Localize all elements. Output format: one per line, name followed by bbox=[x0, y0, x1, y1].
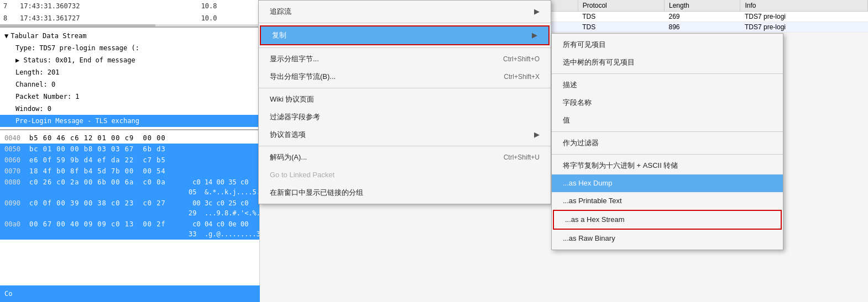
detail-label: Length: 201 bbox=[4, 68, 59, 76]
hex-bytes: bc 01 00 00 b8 03 03 67 6b d3 bbox=[29, 144, 183, 154]
hex-row[interactable]: 0090 c0 0f 00 39 00 38 c0 23 c0 27 00 3c… bbox=[0, 198, 259, 219]
left-panel: 7 17:43:31.360732 10.8 8 17:43:31.361727… bbox=[0, 0, 260, 302]
packet-addr: 10.8 bbox=[198, 0, 259, 12]
shortcut-label: Ctrl+Shift+U bbox=[504, 152, 540, 163]
menu-label: ...as Printable Text bbox=[563, 195, 622, 206]
hex-row[interactable]: 00a0 00 67 00 40 09 09 c0 13 00 2f c0 04… bbox=[0, 219, 259, 240]
shortcut-label: Ctrl+Shift+O bbox=[503, 54, 540, 65]
submenu-item-as-raw-binary[interactable]: ...as Raw Binary bbox=[552, 230, 783, 247]
menu-label: 值 bbox=[563, 115, 570, 126]
hex-ascii bbox=[189, 133, 255, 143]
detail-item[interactable]: Channel: 0 bbox=[0, 78, 259, 91]
menu-label: 字段名称 bbox=[563, 97, 592, 108]
menu-separator bbox=[259, 88, 551, 88]
menu-item-export-bytes[interactable]: 导出分组字节流(B)... Ctrl+Shift+X bbox=[259, 68, 551, 86]
submenu-item-as-hex-dump[interactable]: ...as Hex Dump bbox=[552, 174, 783, 192]
detail-item[interactable]: Length: 201 bbox=[0, 66, 259, 78]
packet-addr: 10.0 bbox=[198, 12, 259, 24]
menu-label: 选中树的所有可见项目 bbox=[563, 57, 635, 68]
menu-item-copy[interactable]: 复制 ▶ bbox=[260, 25, 550, 45]
cell-proto: TDS bbox=[578, 12, 664, 22]
menu-separator bbox=[259, 23, 551, 23]
detail-item[interactable]: Packet Number: 1 bbox=[0, 91, 259, 103]
menu-item-wiki[interactable]: Wiki 协议页面 bbox=[259, 91, 551, 108]
cell-len: 269 bbox=[664, 12, 740, 22]
hex-bytes: e6 0f 59 9b d4 ef da 22 c7 b5 bbox=[29, 155, 183, 165]
detail-item[interactable]: ▶ Status: 0x01, End of message bbox=[0, 54, 259, 66]
submenu-item-all-visible-tree[interactable]: 选中树的所有可见项目 bbox=[552, 54, 783, 71]
detail-label: Channel: 0 bbox=[4, 81, 55, 88]
hex-ascii: c0 14 00 35 c0 05 &.*..k.j....5.. bbox=[189, 177, 255, 197]
table-row[interactable]: 7 17:43:31.360732 10.8 bbox=[0, 0, 259, 12]
menu-separator bbox=[552, 73, 783, 74]
hex-ascii bbox=[189, 144, 255, 154]
bottom-label: Co bbox=[4, 290, 12, 298]
hex-ascii bbox=[189, 155, 255, 165]
hex-row[interactable]: 0040 b5 60 46 c6 12 01 00 c9 00 00 bbox=[0, 133, 259, 144]
menu-item-decode-as[interactable]: 解码为(A)... Ctrl+Shift+U bbox=[259, 149, 551, 166]
submenu-item-as-printable-text[interactable]: ...as Printable Text bbox=[552, 192, 783, 210]
col-header-len: Length bbox=[664, 0, 740, 12]
arrow-icon: ▶ bbox=[534, 6, 540, 17]
menu-label-copy: 复制 bbox=[272, 30, 286, 41]
bottom-partial-text: Co bbox=[0, 285, 260, 302]
packet-num: 8 bbox=[0, 12, 17, 24]
packet-table: 7 17:43:31.360732 10.8 8 17:43:31.361727… bbox=[0, 0, 259, 24]
submenu-item-value[interactable]: 值 bbox=[552, 112, 783, 129]
menu-item-filter-ref[interactable]: 过滤器字段参考 bbox=[259, 108, 551, 126]
detail-label-highlighted: Pre-Login Message - TLS exchang bbox=[4, 117, 139, 125]
hex-row[interactable]: 0080 c0 26 c0 2a 00 6b 00 6a c0 0a c0 14… bbox=[0, 177, 259, 198]
hex-row[interactable]: 0070 18 4f b0 8f b4 5d 7b 00 00 54 bbox=[0, 166, 259, 177]
hex-offset: 0080 bbox=[4, 177, 29, 197]
hex-row[interactable]: 0050 bc 01 00 00 b8 03 03 67 6b d3 bbox=[0, 144, 259, 155]
cell-info: TDS7 pre-logi bbox=[740, 12, 868, 22]
menu-label: Wiki 协议页面 bbox=[270, 94, 314, 105]
menu-label: 作为过滤器 bbox=[563, 137, 599, 149]
detail-label: Window: 0 bbox=[4, 105, 51, 113]
hex-offset: 0050 bbox=[4, 144, 29, 154]
detail-panel: ▼Tabular Data Stream Type: TDS7 pre-logi… bbox=[0, 27, 259, 129]
menu-label: 导出分组字节流(B)... bbox=[270, 71, 336, 82]
hex-bytes: 00 67 00 40 09 09 c0 13 00 2f bbox=[29, 219, 183, 239]
submenu-item-as-filter[interactable]: 作为过滤器 bbox=[552, 134, 783, 152]
menu-label: 将字节复制为十六进制 + ASCII 转储 bbox=[563, 160, 678, 171]
menu-label: 在新窗口中显示已链接的分组 bbox=[270, 187, 363, 198]
detail-item[interactable]: Type: TDS7 pre-login message (: bbox=[0, 42, 259, 54]
hex-offset: 0040 bbox=[4, 133, 29, 143]
hex-ascii bbox=[189, 166, 255, 176]
menu-label: 描述 bbox=[563, 80, 577, 91]
hex-row[interactable]: 0060 e6 0f 59 9b d4 ef da 22 c7 b5 bbox=[0, 155, 259, 166]
detail-label: ▶ Status: 0x01, End of message bbox=[4, 56, 135, 64]
detail-label: Packet Number: 1 bbox=[4, 93, 80, 100]
menu-label: 过滤器字段参考 bbox=[270, 112, 320, 123]
menu-item-show-bytes[interactable]: 显示分组字节... Ctrl+Shift+O bbox=[259, 50, 551, 68]
menu-item-trace-stream[interactable]: 追踪流 ▶ bbox=[259, 3, 551, 20]
context-menu-primary: 追踪流 ▶ 复制 ▶ 显示分组字节... Ctrl+Shift+O 导出分组字节… bbox=[258, 0, 551, 204]
menu-label: ...as Raw Binary bbox=[563, 233, 615, 244]
menu-separator bbox=[552, 154, 783, 155]
menu-label-hex-dump: ...as Hex Dump bbox=[563, 178, 613, 189]
menu-label-hex-stream: ...as a Hex Stream bbox=[565, 214, 625, 225]
hex-offset: 0090 bbox=[4, 198, 29, 218]
detail-item-highlighted[interactable]: Pre-Login Message - TLS exchang bbox=[0, 115, 259, 127]
menu-separator bbox=[552, 131, 783, 132]
detail-item[interactable]: Window: 0 bbox=[0, 103, 259, 115]
submenu-item-copy-hex-ascii[interactable]: 将字节复制为十六进制 + ASCII 转储 bbox=[552, 157, 783, 174]
table-row[interactable]: 8 17:43:31.361727 10.0 bbox=[0, 12, 259, 24]
menu-label: 协议首选项 bbox=[270, 129, 306, 140]
menu-label: 所有可见项目 bbox=[563, 39, 606, 50]
detail-root[interactable]: ▼Tabular Data Stream bbox=[0, 30, 259, 42]
submenu-item-all-visible[interactable]: 所有可见项目 bbox=[552, 36, 783, 54]
menu-item-protocol-prefs[interactable]: 协议首选项 ▶ bbox=[259, 126, 551, 144]
hex-panel: 0040 b5 60 46 c6 12 01 00 c9 00 00 0050 … bbox=[0, 129, 259, 242]
menu-item-show-linked[interactable]: 在新窗口中显示已链接的分组 bbox=[259, 184, 551, 202]
hex-ascii: c0 04 c0 0e 00 33 .g.@.........3 bbox=[189, 219, 255, 239]
submenu-item-description[interactable]: 描述 bbox=[552, 76, 783, 94]
submenu-item-field-name[interactable]: 字段名称 bbox=[552, 94, 783, 112]
hex-bytes: c0 0f 00 39 00 38 c0 23 c0 27 bbox=[29, 198, 183, 218]
menu-label: 显示分组字节... bbox=[270, 54, 319, 65]
hex-offset: 0060 bbox=[4, 155, 29, 165]
menu-separator bbox=[259, 146, 551, 146]
menu-item-goto-linked: Go to Linked Packet bbox=[259, 166, 551, 184]
submenu-item-as-hex-stream[interactable]: ...as a Hex Stream bbox=[553, 210, 782, 230]
